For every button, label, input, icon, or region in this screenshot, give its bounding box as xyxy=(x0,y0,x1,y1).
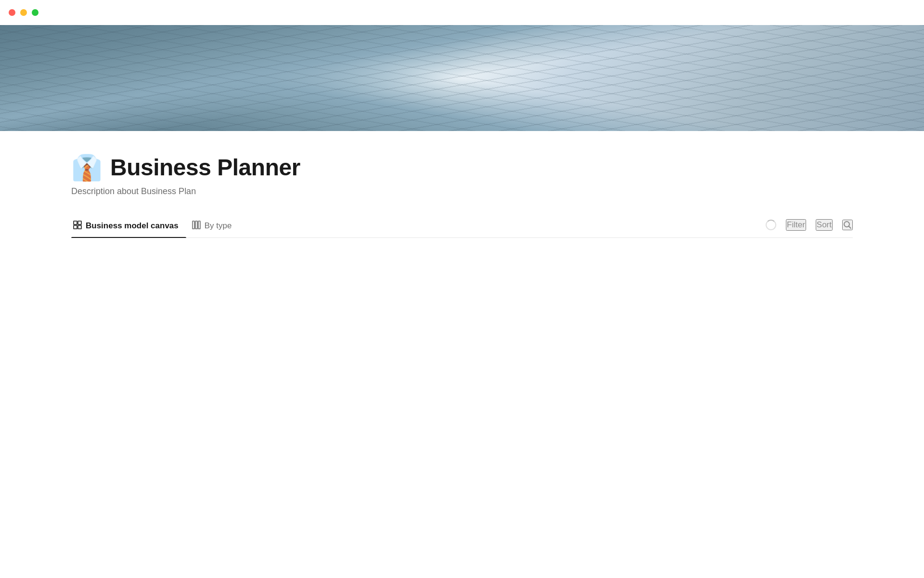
minimize-button[interactable] xyxy=(20,9,27,16)
svg-rect-1 xyxy=(78,221,81,224)
tab-list: Business model canvas By type xyxy=(71,216,766,237)
tab-business-model-canvas[interactable]: Business model canvas xyxy=(71,216,186,237)
filter-button[interactable]: Filter xyxy=(786,219,806,231)
svg-rect-5 xyxy=(195,221,197,229)
page-description: Description about Business Plan xyxy=(71,186,853,197)
search-button[interactable] xyxy=(842,220,853,230)
sort-label: Sort xyxy=(817,220,832,230)
page-title-row: 👔 Business Planner xyxy=(71,154,853,181)
maximize-button[interactable] xyxy=(32,9,38,16)
hero-image xyxy=(0,25,924,131)
tab-by-type[interactable]: By type xyxy=(190,216,240,237)
svg-rect-2 xyxy=(74,225,77,229)
columns-icon xyxy=(192,221,201,231)
search-icon xyxy=(843,221,852,229)
svg-rect-3 xyxy=(78,225,81,229)
tab-by-type-label: By type xyxy=(205,221,232,231)
columns-svg xyxy=(192,221,201,229)
page-emoji: 👔 xyxy=(71,155,103,180)
svg-rect-6 xyxy=(198,221,200,229)
sort-button[interactable]: Sort xyxy=(816,219,833,231)
main-content: 👔 Business Planner Description about Bus… xyxy=(0,131,924,238)
svg-rect-0 xyxy=(74,221,77,224)
tab-bar: Business model canvas By type Filter xyxy=(71,216,853,238)
tab-controls: Filter Sort xyxy=(766,219,853,235)
close-button[interactable] xyxy=(9,9,15,16)
loading-indicator xyxy=(766,220,776,230)
filter-label: Filter xyxy=(787,220,805,230)
grid-svg xyxy=(73,221,82,229)
page-title: Business Planner xyxy=(110,154,300,181)
grid-icon xyxy=(73,221,82,231)
svg-rect-4 xyxy=(192,221,194,229)
tab-business-model-canvas-label: Business model canvas xyxy=(86,221,179,231)
svg-line-8 xyxy=(849,226,851,228)
titlebar xyxy=(0,0,924,25)
